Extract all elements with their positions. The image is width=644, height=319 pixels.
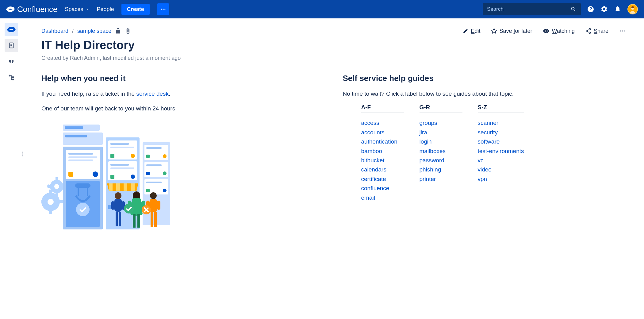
user-avatar[interactable] — [627, 4, 638, 14]
label-link[interactable]: vpn — [478, 175, 524, 184]
attachments-icon[interactable] — [125, 28, 131, 34]
left-p1-pre: If you need help, raise a ticket in the — [41, 90, 136, 97]
sidebar-space-logo[interactable] — [5, 23, 18, 36]
nav-people[interactable]: People — [97, 6, 114, 13]
label-link[interactable]: authentication — [361, 137, 404, 146]
page-content: Dashboard / sample space Edit Save for l… — [23, 18, 644, 242]
svg-point-81 — [115, 192, 121, 199]
svg-rect-75 — [146, 172, 150, 175]
topbar-right — [483, 3, 638, 15]
search-box[interactable] — [483, 3, 581, 15]
label-link[interactable]: bitbucket — [361, 156, 404, 165]
label-link[interactable]: mailboxes — [420, 147, 462, 156]
more-actions[interactable] — [619, 28, 626, 34]
svg-rect-42 — [68, 153, 93, 155]
label-link[interactable]: scanner — [478, 118, 524, 128]
label-link[interactable]: security — [478, 128, 524, 137]
nav-spaces[interactable]: Spaces — [65, 6, 90, 13]
label-link[interactable]: accounts — [361, 128, 404, 137]
label-link[interactable]: access — [361, 118, 404, 128]
create-more-button[interactable] — [157, 3, 169, 15]
help-icon[interactable] — [587, 6, 594, 13]
svg-point-57 — [131, 154, 135, 158]
label-link[interactable]: bamboo — [361, 147, 404, 156]
label-link[interactable]: calendars — [361, 165, 404, 174]
label-link[interactable]: certificate — [361, 175, 404, 184]
search-icon — [570, 6, 577, 12]
watching-action[interactable]: Watching — [543, 28, 575, 34]
svg-point-1 — [163, 9, 163, 10]
svg-point-15 — [586, 30, 587, 32]
label-link[interactable]: jira — [420, 128, 462, 137]
edit-action[interactable]: Edit — [463, 28, 480, 34]
label-link[interactable]: printer — [420, 175, 462, 184]
svg-point-19 — [620, 30, 621, 32]
label-link[interactable]: software — [478, 137, 524, 146]
search-input[interactable] — [487, 6, 570, 12]
svg-rect-64 — [116, 183, 120, 191]
left-p1-post: . — [169, 90, 170, 97]
svg-rect-71 — [146, 155, 150, 158]
settings-icon[interactable] — [600, 6, 608, 13]
share-label: Share — [594, 28, 608, 34]
left-heading: Help when you need it — [41, 74, 324, 83]
label-link[interactable]: password — [420, 156, 462, 165]
svg-rect-37 — [65, 126, 83, 129]
svg-point-93 — [150, 192, 157, 199]
svg-point-46 — [93, 171, 98, 177]
labels-column: G-Rgroupsjiraloginmailboxespasswordphish… — [420, 104, 462, 202]
breadcrumb-dashboard[interactable]: Dashboard — [41, 28, 68, 34]
right-p1: No time to wait? Click a label below to … — [343, 89, 626, 98]
label-link[interactable]: video — [478, 165, 524, 174]
labels-column-header: S-Z — [478, 104, 524, 113]
svg-rect-95 — [151, 212, 153, 227]
label-link[interactable]: login — [420, 137, 462, 146]
svg-rect-39 — [65, 135, 87, 137]
eye-icon — [543, 28, 550, 34]
notifications-icon[interactable] — [614, 6, 621, 13]
svg-rect-59 — [110, 164, 129, 166]
label-link[interactable]: groups — [420, 118, 462, 128]
svg-line-17 — [587, 31, 589, 32]
svg-rect-10 — [12, 79, 14, 81]
svg-rect-44 — [68, 160, 93, 161]
svg-point-2 — [164, 9, 165, 10]
svg-point-51 — [76, 203, 90, 216]
labels-column: S-Zscannersecuritysoftwaretest-environme… — [478, 104, 524, 202]
breadcrumb-separator: / — [72, 28, 74, 34]
page-actions: Edit Save for later Watching Share — [463, 28, 626, 34]
breadcrumb-space[interactable]: sample space — [77, 28, 111, 34]
restrictions-icon[interactable] — [115, 28, 121, 34]
nav-people-label: People — [97, 6, 114, 13]
chevron-down-icon — [85, 7, 90, 11]
label-link[interactable]: confluence — [361, 184, 404, 193]
ellipsis-icon — [619, 28, 626, 34]
page-header-row: Dashboard / sample space Edit Save for l… — [41, 28, 626, 34]
svg-point-31 — [48, 199, 54, 205]
svg-rect-35 — [59, 200, 63, 203]
svg-rect-82 — [114, 199, 122, 212]
svg-rect-45 — [68, 172, 73, 177]
edit-label: Edit — [471, 28, 480, 34]
label-link[interactable]: phishing — [420, 165, 462, 174]
ellipsis-icon — [160, 6, 166, 12]
service-desk-link[interactable]: service desk — [136, 90, 169, 97]
sidebar-pages[interactable] — [5, 39, 18, 52]
svg-point-21 — [624, 30, 625, 32]
confluence-logo[interactable]: Confluence — [6, 5, 58, 14]
svg-rect-8 — [9, 75, 11, 77]
sidebar-blog[interactable] — [5, 55, 18, 68]
breadcrumb: Dashboard / sample space — [41, 28, 131, 34]
share-action[interactable]: Share — [585, 28, 608, 34]
label-link[interactable]: test-environments — [478, 147, 524, 156]
svg-point-72 — [163, 154, 167, 158]
save-for-later-action[interactable]: Save for later — [491, 28, 532, 34]
svg-point-14 — [589, 29, 590, 30]
create-button[interactable]: Create — [121, 4, 150, 15]
label-link[interactable]: email — [361, 193, 404, 202]
label-link[interactable]: vc — [478, 156, 524, 165]
star-icon — [491, 28, 497, 34]
sidebar-tree[interactable] — [5, 71, 18, 84]
sidebar — [0, 18, 23, 242]
svg-rect-24 — [56, 177, 58, 180]
